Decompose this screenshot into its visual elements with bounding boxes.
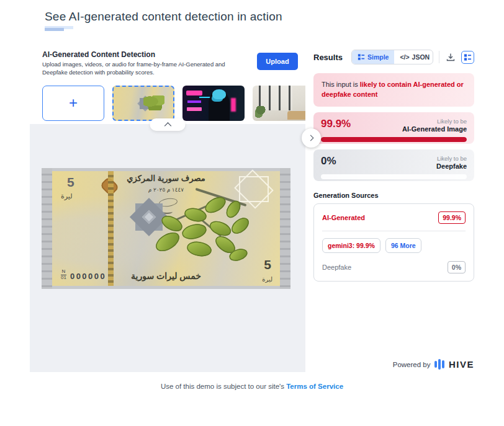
deepfake-source-label: Deepfake bbox=[322, 264, 351, 271]
layout-list-icon bbox=[464, 53, 472, 61]
thumbnail-interior-room[interactable] bbox=[253, 86, 305, 121]
source-chip-gemini3[interactable]: gemini3: 99.9% bbox=[322, 238, 380, 253]
pistachio-branch-illustration bbox=[151, 195, 250, 269]
add-upload-slot[interactable]: + bbox=[42, 86, 104, 121]
ai-score-label: AI-Generated Image bbox=[402, 125, 467, 133]
layout-settings-button[interactable] bbox=[461, 51, 474, 64]
detection-alert: This input is likely to contain AI-gener… bbox=[313, 73, 474, 107]
deepfake-score-card: 0% Likely to be Deepfake bbox=[313, 149, 474, 181]
plus-icon: + bbox=[69, 95, 78, 110]
sofa bbox=[287, 111, 305, 120]
likely-label: Likely to be bbox=[402, 118, 467, 125]
more-sources-button[interactable]: 96 More bbox=[385, 238, 421, 253]
detection-panel-header: AI-Generated Content Detection Upload im… bbox=[30, 47, 305, 77]
upload-button[interactable]: Upload bbox=[257, 53, 298, 70]
plant bbox=[255, 106, 266, 118]
generation-sources-title: Generation Sources bbox=[313, 192, 474, 199]
footer-disclaimer: Use of this demo is subject to our site'… bbox=[0, 383, 504, 390]
neon-lights bbox=[186, 91, 202, 95]
sources-divider bbox=[322, 231, 466, 231]
carousel-next-button[interactable] bbox=[302, 128, 321, 148]
source-chips: gemini3: 99.9% 96 More bbox=[322, 238, 466, 253]
view-toggle-group: Simple </> JSON bbox=[351, 50, 433, 64]
ai-score-bar-track bbox=[321, 137, 467, 142]
code-icon: </> bbox=[400, 53, 409, 61]
results-header: Results Simple </> JSON bbox=[313, 48, 474, 66]
ai-generated-score-card: 99.9% Likely to be AI-Generated Image bbox=[313, 112, 474, 144]
hive-wordmark: HIVE bbox=[449, 359, 474, 370]
detection-panel: AI-Generated Content Detection Upload im… bbox=[30, 47, 305, 372]
title-underline-accent bbox=[45, 28, 64, 31]
ai-generated-source-label: AI-Generated bbox=[322, 214, 365, 221]
header-divider bbox=[439, 51, 439, 63]
collapse-preview-button[interactable] bbox=[150, 118, 186, 131]
thumbnail-cyberpunk-portrait[interactable] bbox=[182, 86, 245, 121]
deepfake-score-value: 0% bbox=[321, 155, 336, 167]
sample-carousel: + bbox=[30, 86, 305, 122]
preview-area: 5 ليرة مصرف سورية المركزي ١٤٤٧ م ٢٠٢٥ م bbox=[30, 124, 305, 372]
hive-demo-page: See AI-generated content detection in ac… bbox=[0, 0, 504, 426]
page-title: See AI-generated content detection in ac… bbox=[45, 10, 282, 24]
detection-description: Upload images, videos, or audio for fram… bbox=[42, 61, 241, 77]
denomination-bottom-right: 5 bbox=[264, 257, 271, 272]
ai-score-value: 99.9% bbox=[321, 118, 351, 130]
ai-generated-source-badge: 99.9% bbox=[438, 211, 466, 224]
generation-sources-card: AI-Generated 99.9% gemini3: 99.9% 96 Mor… bbox=[313, 203, 474, 282]
thumbnail-banknote-selected[interactable] bbox=[112, 86, 174, 121]
ai-score-bar-fill bbox=[321, 137, 467, 142]
powered-by: Powered by HIVE bbox=[313, 359, 474, 372]
blue-hair bbox=[212, 89, 226, 99]
deepfake-score-bar-track bbox=[321, 174, 467, 179]
banknote-pistachio-motif bbox=[143, 95, 164, 110]
download-icon bbox=[446, 53, 455, 61]
results-panel: Results Simple </> JSON bbox=[313, 47, 474, 372]
detection-header-text: AI-Generated Content Detection Upload im… bbox=[42, 50, 241, 77]
layout-list-icon bbox=[358, 53, 365, 61]
lira-script-top-left: ليرة bbox=[61, 192, 73, 200]
banknote: 5 ليرة مصرف سورية المركزي ١٤٤٧ م ٢٠٢٥ م bbox=[52, 171, 280, 286]
pink-glow bbox=[231, 98, 236, 112]
deepfake-score-label: Deepfake bbox=[436, 162, 467, 170]
banknote-photo-edge bbox=[42, 168, 52, 289]
detection-title: AI-Generated Content Detection bbox=[42, 50, 241, 59]
results-title: Results bbox=[313, 53, 343, 62]
serial-number: N01 000000 bbox=[61, 269, 106, 281]
security-thread bbox=[108, 171, 114, 286]
banknote-preview-image: 5 ليرة مصرف سورية المركزي ١٤٤٧ م ٢٠٢٥ م bbox=[42, 168, 290, 289]
deepfake-source-badge: 0% bbox=[448, 261, 466, 273]
hive-logo-icon bbox=[434, 359, 444, 370]
likely-label: Likely to be bbox=[436, 155, 467, 162]
chevron-right-icon bbox=[308, 135, 314, 141]
download-results-button[interactable] bbox=[445, 51, 456, 63]
banknote-photo-edge bbox=[280, 168, 290, 289]
json-view-toggle[interactable]: </> JSON bbox=[394, 50, 433, 64]
demo-container: AI-Generated Content Detection Upload im… bbox=[30, 47, 474, 372]
simple-view-toggle[interactable]: Simple bbox=[352, 50, 394, 64]
chevron-up-icon bbox=[164, 122, 171, 129]
terms-of-service-link[interactable]: Terms of Service bbox=[286, 383, 343, 390]
